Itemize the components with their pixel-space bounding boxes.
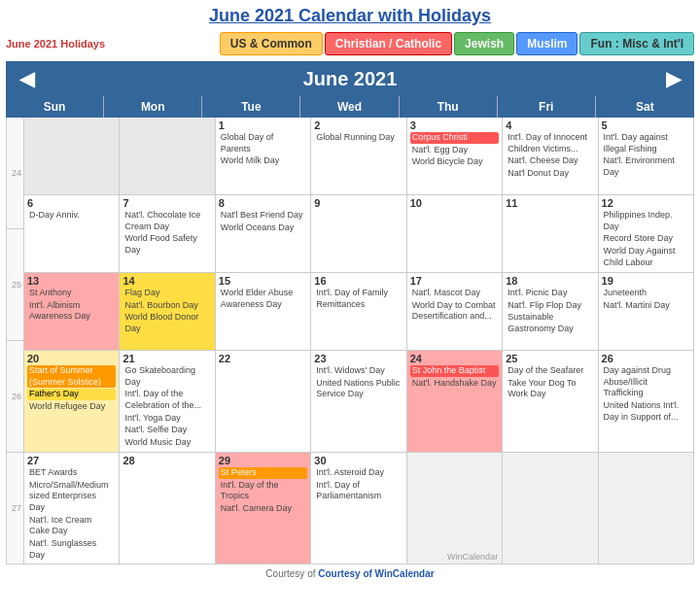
day-29: 29 St Peters Int'l. Day of the Tropics N… bbox=[216, 453, 311, 565]
wincalendar-label: WinCalendar bbox=[447, 552, 498, 562]
day-15: 15 World Elder Abuse Awareness Day bbox=[216, 273, 311, 351]
dow-sun: Sun bbox=[6, 96, 104, 118]
week-num-24: 24 bbox=[7, 118, 24, 229]
week-num-26: 26 bbox=[7, 341, 24, 453]
dow-header: Sun Mon Tue Wed Thu Fri Sat bbox=[6, 96, 694, 118]
day-28: 28 bbox=[120, 453, 215, 565]
day-27: 27 BET Awards Micro/Small/Medium sized E… bbox=[24, 453, 120, 565]
dow-wed: Wed bbox=[300, 96, 399, 118]
footer: Courtesy of Courtesy of WinCalendar bbox=[6, 564, 694, 581]
wincalendar-link[interactable]: Courtesy of WinCalendar bbox=[318, 568, 434, 579]
day-17: 17 Nat'l. Mascot Day World Day to Combat… bbox=[407, 273, 503, 351]
dow-sat: Sat bbox=[596, 96, 694, 118]
tab-us[interactable]: US & Common bbox=[220, 32, 323, 55]
day-21: 21 Go Skateboarding Day Int'l. Day of th… bbox=[120, 351, 215, 453]
day-14: 14 Flag Day Nat'l. Bourbon Day World Blo… bbox=[120, 273, 215, 351]
dow-mon: Mon bbox=[104, 96, 202, 118]
week-numbers: 24 25 26 27 bbox=[7, 118, 24, 564]
calendar-header: ◀ June 2021 ▶ bbox=[6, 61, 694, 96]
day-24: 24 St John the Baptist Nat'l. Handshake … bbox=[407, 351, 503, 453]
holidays-label: June 2021 Holidays bbox=[6, 38, 105, 50]
day-3: 3 Corpus Christi Nat'l. Egg Day World Bi… bbox=[407, 118, 503, 195]
day-30: 30 Int'l. Asteroid Day Int'l. Day of Par… bbox=[311, 453, 406, 565]
day-10: 10 bbox=[407, 195, 503, 273]
day-6: 6 D-Day Anniv. bbox=[24, 195, 120, 273]
tabs-container: US & Common Christian / Catholic Jewish … bbox=[220, 32, 694, 55]
month-title: June 2021 bbox=[48, 68, 652, 90]
dow-thu: Thu bbox=[400, 96, 498, 118]
day-8: 8 Nat'l Best Friend Day World Oceans Day bbox=[216, 195, 311, 273]
week-num-25: 25 bbox=[7, 229, 24, 341]
day-empty-2 bbox=[120, 118, 215, 195]
day-empty-3: WinCalendar bbox=[407, 453, 503, 565]
tab-muslim[interactable]: Muslim bbox=[516, 32, 578, 55]
calendar-grid: 1 Global Day of Parents World Milk Day 2… bbox=[24, 118, 694, 564]
day-11: 11 bbox=[503, 195, 598, 273]
day-18: 18 Int'l. Picnic Day Nat'l. Flip Flop Da… bbox=[503, 273, 598, 351]
tab-fun[interactable]: Fun : Misc & Int'l bbox=[579, 32, 694, 55]
day-16: 16 Int'l. Day of Family Remittances bbox=[311, 273, 406, 351]
day-4: 4 Int'l. Day of Innocent Children Victim… bbox=[503, 118, 598, 195]
tab-jewish[interactable]: Jewish bbox=[454, 32, 514, 55]
day-empty-4 bbox=[503, 453, 598, 565]
day-7: 7 Nat'l. Chocolate Ice Cream Day World F… bbox=[120, 195, 215, 273]
day-25: 25 Day of the Seafarer Take Your Dog To … bbox=[503, 351, 598, 453]
day-empty-5 bbox=[599, 453, 694, 565]
top-bar: June 2021 Holidays US & Common Christian… bbox=[6, 32, 694, 55]
day-23: 23 Int'l. Widows' Day United Nations Pub… bbox=[311, 351, 406, 453]
day-empty-1 bbox=[24, 118, 120, 195]
prev-month-button[interactable]: ◀ bbox=[6, 67, 48, 90]
dow-tue: Tue bbox=[202, 96, 300, 118]
tab-christian[interactable]: Christian / Catholic bbox=[325, 32, 452, 55]
day-12: 12 Philippines Indep. Day Record Store D… bbox=[599, 195, 694, 273]
day-26: 26 Day against Drug Abuse/Illicit Traffi… bbox=[599, 351, 694, 453]
day-22: 22 bbox=[216, 351, 311, 453]
dow-fri: Fri bbox=[498, 96, 596, 118]
page-title: June 2021 Calendar with Holidays bbox=[6, 6, 694, 26]
day-5: 5 Int'l. Day against Illegal Fishing Nat… bbox=[599, 118, 694, 195]
week-num-27: 27 bbox=[7, 453, 24, 564]
calendar-body: 24 25 26 27 1 Global Day of Parents Worl… bbox=[6, 118, 694, 564]
day-19: 19 Juneteenth Nat'l. Martini Day bbox=[599, 273, 694, 351]
day-20: 20 Start of Summer (Summer Solstice) Fat… bbox=[24, 351, 120, 453]
day-1: 1 Global Day of Parents World Milk Day bbox=[216, 118, 311, 195]
day-13: 13 St Anthony Int'l. Albinism Awareness … bbox=[24, 273, 120, 351]
next-month-button[interactable]: ▶ bbox=[652, 67, 694, 90]
day-2: 2 Global Running Day bbox=[311, 118, 406, 195]
day-9: 9 bbox=[311, 195, 406, 273]
page-wrapper: June 2021 Calendar with Holidays June 20… bbox=[0, 0, 700, 587]
